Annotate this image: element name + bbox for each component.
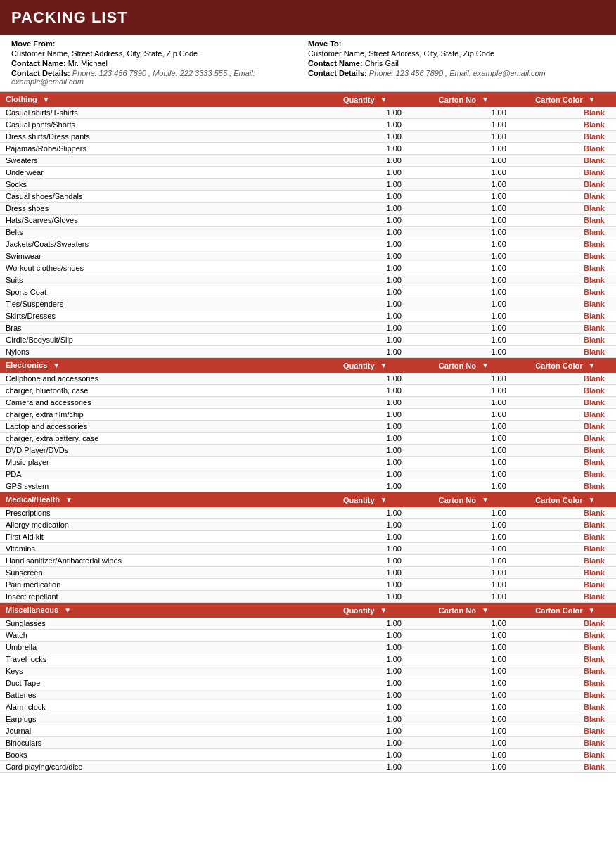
item-carton-no: 1.00 [413, 519, 518, 531]
item-name: Casual shoes/Sandals [0, 191, 321, 203]
item-name: charger, bluetooth, case [0, 385, 321, 397]
item-name: Jackets/Coats/Sweaters [0, 238, 321, 250]
item-carton-no: 1.00 [413, 227, 518, 238]
table-row: DVD Player/DVDs1.001.00Blank [0, 445, 616, 457]
table-row: Sports Coat1.001.00Blank [0, 286, 616, 298]
item-name: Vitamins [0, 543, 321, 555]
item-carton-no: 1.00 [413, 468, 518, 480]
qty-filter-button[interactable]: ▼ [378, 361, 390, 370]
item-quantity: 1.00 [321, 131, 413, 143]
carton-no-header: Carton No [439, 606, 476, 615]
item-carton-color: Blank [518, 107, 616, 119]
item-name: Suits [0, 274, 321, 286]
category-header-medical-health: Medical/Health▼Quantity▼Carton No▼Carton… [0, 492, 616, 508]
item-quantity: 1.00 [321, 143, 413, 155]
table-row: Socks1.001.00Blank [0, 179, 616, 191]
carton-color-filter-button[interactable]: ▼ [586, 495, 598, 504]
item-carton-no: 1.00 [413, 618, 518, 630]
item-carton-color: Blank [518, 421, 616, 433]
table-row: Sweaters1.001.00Blank [0, 155, 616, 167]
item-carton-no: 1.00 [413, 701, 518, 713]
table-row: Prescriptions1.001.00Blank [0, 507, 616, 519]
item-carton-no: 1.00 [413, 250, 518, 262]
move-to-label: Move To: [308, 39, 341, 48]
item-carton-no: 1.00 [413, 421, 518, 433]
carton-no-header: Carton No [439, 362, 476, 370]
item-name: Belts [0, 227, 321, 238]
item-quantity: 1.00 [321, 579, 413, 591]
item-carton-color: Blank [518, 373, 616, 385]
table-row: Pajamas/Robe/Slippers1.001.00Blank [0, 143, 616, 155]
item-carton-color: Blank [518, 642, 616, 653]
category-filter-button[interactable]: ▼ [40, 95, 53, 104]
item-quantity: 1.00 [321, 480, 413, 492]
item-carton-color: Blank [518, 737, 616, 749]
item-carton-no: 1.00 [413, 713, 518, 725]
carton-no-filter-button[interactable]: ▼ [479, 606, 492, 615]
item-quantity: 1.00 [321, 677, 413, 689]
item-name: Ties/Suspenders [0, 298, 321, 310]
item-carton-color: Blank [518, 262, 616, 274]
item-quantity: 1.00 [321, 701, 413, 713]
item-name: Underwear [0, 167, 321, 179]
carton-color-filter-button[interactable]: ▼ [586, 361, 598, 370]
table-row: Hand sanitizer/Antibacterial wipes1.001.… [0, 555, 616, 567]
item-name: Keys [0, 665, 321, 677]
item-name: Allergy medication [0, 519, 321, 531]
table-row: Alarm clock1.001.00Blank [0, 701, 616, 713]
qty-filter-button[interactable]: ▼ [378, 95, 390, 104]
item-carton-color: Blank [518, 677, 616, 689]
move-from-contact-label: Contact Name: [11, 59, 66, 68]
table-row: Swimwear1.001.00Blank [0, 250, 616, 262]
category-filter-button[interactable]: ▼ [63, 495, 75, 504]
item-carton-color: Blank [518, 274, 616, 286]
table-row: Duct Tape1.001.00Blank [0, 677, 616, 689]
item-carton-no: 1.00 [413, 215, 518, 227]
item-carton-color: Blank [518, 397, 616, 409]
item-carton-no: 1.00 [413, 203, 518, 215]
item-carton-no: 1.00 [413, 677, 518, 689]
item-quantity: 1.00 [321, 749, 413, 761]
item-carton-no: 1.00 [413, 761, 518, 773]
item-quantity: 1.00 [321, 555, 413, 567]
carton-no-filter-button[interactable]: ▼ [479, 361, 492, 370]
table-row: Allergy medication1.001.00Blank [0, 519, 616, 531]
item-name: Cellphone and accessories [0, 373, 321, 385]
item-name: Umbrella [0, 642, 321, 653]
category-filter-button[interactable]: ▼ [61, 606, 74, 615]
item-quantity: 1.00 [321, 630, 413, 642]
item-carton-color: Blank [518, 701, 616, 713]
table-row: charger, extra battery, case1.001.00Blan… [0, 433, 616, 445]
table-row: Card playing/card/dice1.001.00Blank [0, 761, 616, 773]
carton-color-filter-button[interactable]: ▼ [586, 606, 598, 615]
carton-no-filter-button[interactable]: ▼ [479, 95, 492, 104]
item-carton-color: Blank [518, 591, 616, 603]
item-quantity: 1.00 [321, 298, 413, 310]
item-carton-color: Blank [518, 445, 616, 457]
carton-color-filter-button[interactable]: ▼ [586, 95, 598, 104]
carton-no-header: Carton No [439, 96, 476, 104]
table-row: Nylons1.001.00Blank [0, 346, 616, 358]
carton-no-filter-button[interactable]: ▼ [479, 495, 492, 504]
item-name: Hand sanitizer/Antibacterial wipes [0, 555, 321, 567]
move-from-contact-name: Mr. Michael [68, 59, 108, 68]
item-carton-no: 1.00 [413, 665, 518, 677]
item-quantity: 1.00 [321, 107, 413, 119]
item-carton-color: Blank [518, 409, 616, 421]
item-name: Music player [0, 457, 321, 468]
item-name: Casual shirts/T-shirts [0, 107, 321, 119]
table-row: Skirts/Dresses1.001.00Blank [0, 310, 616, 322]
item-carton-no: 1.00 [413, 131, 518, 143]
table-row: Bras1.001.00Blank [0, 322, 616, 334]
table-row: GPS system1.001.00Blank [0, 480, 616, 492]
item-carton-color: Blank [518, 555, 616, 567]
item-quantity: 1.00 [321, 346, 413, 358]
qty-filter-button[interactable]: ▼ [378, 606, 390, 615]
category-name: Electronics [6, 361, 47, 369]
table-row: Keys1.001.00Blank [0, 665, 616, 677]
item-carton-no: 1.00 [413, 737, 518, 749]
category-filter-button[interactable]: ▼ [50, 361, 63, 370]
qty-filter-button[interactable]: ▼ [378, 495, 390, 504]
item-name: Books [0, 749, 321, 761]
item-name: GPS system [0, 480, 321, 492]
